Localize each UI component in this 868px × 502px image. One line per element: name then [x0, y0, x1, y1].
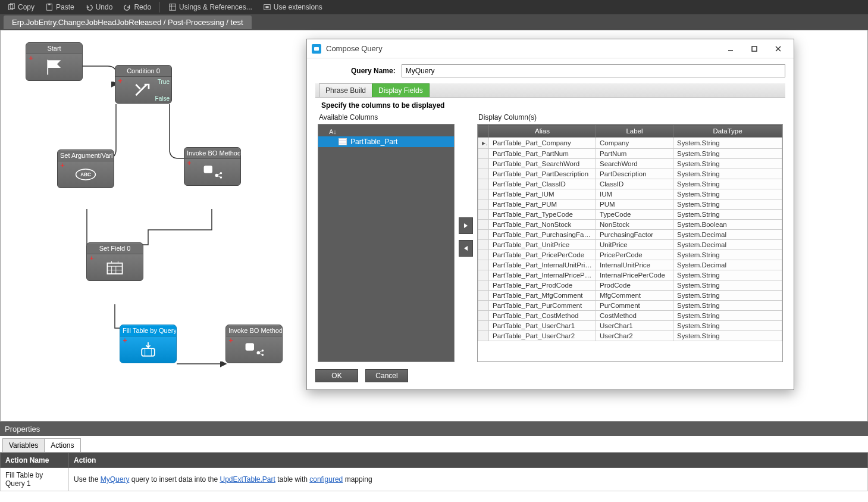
- grid-row[interactable]: PartTable_Part_ClassIDClassIDSystem.Stri…: [478, 179, 782, 189]
- row-header[interactable]: [478, 331, 489, 341]
- cell-datatype[interactable]: System.String: [673, 250, 782, 260]
- cell-datatype[interactable]: System.String: [673, 280, 782, 291]
- grid-row[interactable]: PartTable_Part_CostMethodCostMethodSyste…: [478, 311, 782, 321]
- display-columns-grid[interactable]: Alias Label DataType PartTable_Part_Comp…: [478, 124, 782, 341]
- row-header[interactable]: [478, 260, 489, 270]
- cell-datatype[interactable]: System.String: [673, 189, 782, 199]
- cell-alias[interactable]: PartTable_Part_ProdCode: [489, 280, 596, 291]
- available-columns-list[interactable]: A↓ PartTable_Part: [318, 124, 455, 362]
- cell-label[interactable]: PartDescription: [596, 169, 673, 179]
- cell-label[interactable]: SearchWord: [596, 159, 673, 169]
- query-name-input[interactable]: [402, 64, 785, 77]
- cell-label[interactable]: MfgComment: [596, 291, 673, 301]
- row-header[interactable]: [478, 311, 489, 321]
- grid-row[interactable]: PartTable_Part_PurchasingFactorPurchasin…: [478, 230, 782, 240]
- cell-label[interactable]: PricePerCode: [596, 250, 673, 260]
- cell-datatype[interactable]: System.String: [673, 138, 782, 149]
- cell-label[interactable]: ProdCode: [596, 280, 673, 291]
- cell-datatype[interactable]: System.String: [673, 169, 782, 179]
- action-row[interactable]: Fill Table by Query 1 Use the MyQuery qu…: [1, 468, 868, 491]
- cell-datatype[interactable]: System.Boolean: [673, 220, 782, 230]
- redo-button[interactable]: Redo: [118, 2, 156, 13]
- node-start[interactable]: Start +: [26, 42, 83, 81]
- row-header[interactable]: [478, 321, 489, 331]
- grid-row[interactable]: PartTable_Part_UnitPriceUnitPriceSystem.…: [478, 240, 782, 250]
- grid-row[interactable]: PartTable_Part_TypeCodeTypeCodeSystem.St…: [478, 210, 782, 220]
- tab-variables[interactable]: Variables: [2, 438, 45, 452]
- breadcrumb[interactable]: Erp.JobEntry.ChangeJobHeadJobReleased / …: [4, 15, 252, 29]
- node-condition[interactable]: Condition 0 + True False: [115, 65, 172, 104]
- sort-icon[interactable]: A↓: [329, 128, 337, 135]
- node-fill-table[interactable]: Fill Table by Query +: [120, 325, 177, 363]
- row-header[interactable]: [478, 189, 489, 199]
- cell-datatype[interactable]: System.String: [673, 311, 782, 321]
- row-header[interactable]: [478, 280, 489, 291]
- minimize-button[interactable]: [720, 42, 741, 56]
- maximize-button[interactable]: [744, 42, 765, 56]
- add-column-button[interactable]: [459, 217, 473, 234]
- extensions-button[interactable]: Use extensions: [258, 2, 327, 13]
- remove-column-button[interactable]: [459, 240, 473, 257]
- grid-row[interactable]: PartTable_Part_InternalUnitPriceInternal…: [478, 260, 782, 270]
- cell-datatype[interactable]: System.String: [673, 210, 782, 220]
- grid-row[interactable]: PartTable_Part_UserChar1UserChar1System.…: [478, 321, 782, 331]
- row-header[interactable]: [478, 199, 489, 210]
- cell-datatype[interactable]: System.String: [673, 270, 782, 280]
- col-label[interactable]: Label: [596, 125, 673, 138]
- cell-alias[interactable]: PartTable_Part_PurComment: [489, 301, 596, 311]
- cell-alias[interactable]: PartTable_Part_PUM: [489, 199, 596, 210]
- copy-button[interactable]: Copy: [2, 2, 39, 13]
- row-header[interactable]: [478, 270, 489, 280]
- row-header[interactable]: [478, 159, 489, 169]
- cell-label[interactable]: UnitPrice: [596, 240, 673, 250]
- cell-datatype[interactable]: System.String: [673, 159, 782, 169]
- row-header[interactable]: [478, 230, 489, 240]
- cell-label[interactable]: ClassID: [596, 179, 673, 189]
- cell-alias[interactable]: PartTable_Part_SearchWord: [489, 159, 596, 169]
- cell-datatype[interactable]: System.String: [673, 291, 782, 301]
- row-header[interactable]: [478, 291, 489, 301]
- cell-label[interactable]: PartNum: [596, 149, 673, 159]
- node-set-field[interactable]: Set Field 0 +: [86, 242, 143, 281]
- available-item[interactable]: PartTable_Part: [318, 136, 454, 147]
- row-header[interactable]: [478, 220, 489, 230]
- cell-label[interactable]: UserChar2: [596, 331, 673, 341]
- cell-alias[interactable]: PartTable_Part_Company: [489, 138, 596, 149]
- tab-actions[interactable]: Actions: [44, 438, 80, 452]
- link-table[interactable]: UpdExtTable.Part: [220, 475, 275, 484]
- grid-row[interactable]: PartTable_Part_SearchWordSearchWordSyste…: [478, 159, 782, 169]
- node-set-argument[interactable]: Set Argument/Vari + ABC: [57, 149, 114, 188]
- dialog-titlebar[interactable]: Compose Query: [307, 39, 794, 58]
- grid-row[interactable]: PartTable_Part_PartDescriptionPartDescri…: [478, 169, 782, 179]
- tab-phrase-build[interactable]: Phrase Build: [319, 83, 372, 97]
- ok-button[interactable]: OK: [315, 369, 358, 382]
- cell-datatype[interactable]: System.String: [673, 199, 782, 210]
- cancel-button[interactable]: Cancel: [365, 369, 408, 382]
- undo-button[interactable]: Undo: [80, 2, 118, 13]
- cell-label[interactable]: PurchasingFactor: [596, 230, 673, 240]
- cell-alias[interactable]: PartTable_Part_ClassID: [489, 179, 596, 189]
- cell-label[interactable]: Company: [596, 138, 673, 149]
- grid-row[interactable]: PartTable_Part_CompanyCompanySystem.Stri…: [478, 138, 782, 149]
- close-button[interactable]: [767, 42, 789, 56]
- cell-datatype[interactable]: System.String: [673, 179, 782, 189]
- cell-datatype[interactable]: System.Decimal: [673, 230, 782, 240]
- row-header[interactable]: [478, 240, 489, 250]
- link-myquery[interactable]: MyQuery: [101, 475, 130, 484]
- cell-label[interactable]: InternalUnitPrice: [596, 260, 673, 270]
- row-header[interactable]: [478, 301, 489, 311]
- cell-label[interactable]: InternalPricePerCode: [596, 270, 673, 280]
- node-invoke-bo-1[interactable]: Invoke BO Method +: [184, 147, 241, 186]
- cell-alias[interactable]: PartTable_Part_UserChar1: [489, 321, 596, 331]
- row-header[interactable]: [478, 179, 489, 189]
- grid-row[interactable]: PartTable_Part_PurCommentPurCommentSyste…: [478, 301, 782, 311]
- grid-row[interactable]: PartTable_Part_IUMIUMSystem.String: [478, 189, 782, 199]
- cell-label[interactable]: TypeCode: [596, 210, 673, 220]
- grid-row[interactable]: PartTable_Part_ProdCodeProdCodeSystem.St…: [478, 280, 782, 291]
- grid-row[interactable]: PartTable_Part_PartNumPartNumSystem.Stri…: [478, 149, 782, 159]
- row-header[interactable]: [478, 250, 489, 260]
- cell-datatype[interactable]: System.String: [673, 301, 782, 311]
- node-invoke-bo-2[interactable]: Invoke BO Method +: [225, 325, 283, 363]
- paste-button[interactable]: Paste: [40, 2, 79, 13]
- cell-alias[interactable]: PartTable_Part_InternalUnitPrice: [489, 260, 596, 270]
